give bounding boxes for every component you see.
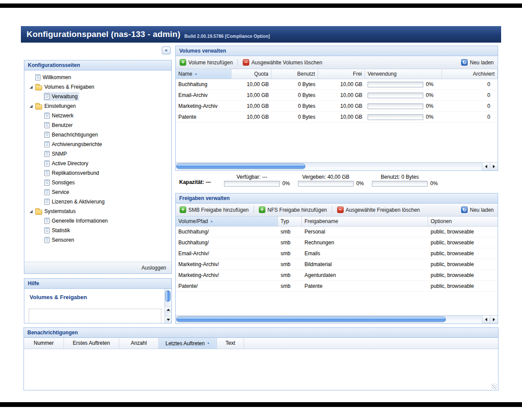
cell-quota: 10,00 GB xyxy=(231,103,271,109)
top-black-bar xyxy=(0,3,522,8)
delete-shares-button[interactable]: Ausgewählte Freigaben löschen xyxy=(336,206,422,214)
reload-volumes-button[interactable]: Neu laden xyxy=(460,58,495,67)
column-header-archiviert[interactable]: Archiviert xyxy=(442,69,498,79)
delete-volumes-button[interactable]: Ausgewählte Volumes löschen xyxy=(241,58,324,67)
tree-item-statistik[interactable]: Statistik xyxy=(24,226,171,235)
column-header-erstes-auftreten[interactable]: Erstes Auftreten xyxy=(64,338,119,349)
cell-archiviert: 0 xyxy=(442,114,498,120)
expand-arrow-icon xyxy=(28,73,34,82)
tree-item-snmp[interactable]: SNMP xyxy=(24,149,171,159)
toolbar-separator xyxy=(254,206,254,213)
tree-item-lizenzen-aktivierung[interactable]: Lizenzen & Aktivierung xyxy=(24,197,171,207)
shares-horizontal-scrollbar[interactable] xyxy=(176,315,498,323)
sidebar-collapse-button[interactable] xyxy=(162,47,171,54)
add-volume-button[interactable]: Volume hinzufügen xyxy=(178,58,234,67)
table-row[interactable]: Marketing-Archiv 10,00 GB 0 Bytes 10,00 … xyxy=(176,101,498,112)
document-icon xyxy=(44,199,50,205)
column-header-quota[interactable]: Quota xyxy=(231,69,271,79)
document-icon xyxy=(44,151,50,157)
column-header-verwendung[interactable]: Verwendung xyxy=(365,69,442,79)
tree-item-willkommen[interactable]: Willkommen xyxy=(24,73,171,82)
scrollbar-thumb[interactable] xyxy=(176,317,446,322)
add-icon xyxy=(180,207,186,213)
reload-shares-button[interactable]: Neu laden xyxy=(460,206,495,214)
tree-item-sonstiges[interactable]: Sonstiges xyxy=(24,178,171,187)
tree-item-verwaltung[interactable]: Verwaltung xyxy=(24,92,171,101)
table-row[interactable]: Patente/ smb Patente public, browseable xyxy=(176,281,498,292)
expand-arrow-icon[interactable] xyxy=(28,101,34,111)
add-icon xyxy=(259,207,265,213)
volumes-grid-header: Name Quota Benutzt Frei Verwendung Archi… xyxy=(176,69,498,79)
column-header-name[interactable]: Name xyxy=(176,69,231,79)
tree-item-archivierungsberichte[interactable]: Archivierungsberichte xyxy=(24,140,171,149)
table-row[interactable]: Buchhaltung/ smb Personal public, browse… xyxy=(176,227,498,237)
column-header-benutzt[interactable]: Benutzt xyxy=(271,69,318,79)
toolbar-separator xyxy=(238,59,238,66)
document-icon xyxy=(44,170,50,176)
cell-typ: smb xyxy=(278,250,302,257)
resize-grip[interactable] xyxy=(492,383,497,389)
expand-arrow-icon[interactable] xyxy=(28,82,34,92)
tree-item-systemstatus[interactable]: Systemstatus xyxy=(24,207,171,216)
scroll-up-button[interactable] xyxy=(165,306,171,313)
column-header-optionen[interactable]: Optionen xyxy=(428,217,498,226)
scroll-left-button[interactable] xyxy=(482,316,490,323)
column-header-freigabename[interactable]: Freigabename xyxy=(302,217,428,226)
delete-shares-label: Ausgewählte Freigaben löschen xyxy=(346,207,420,213)
document-icon xyxy=(44,122,50,128)
column-header-letztes-auftreten[interactable]: Letztes Auftreten xyxy=(159,338,217,349)
add-smb-share-button[interactable]: SMB Freigabe hinzufügen xyxy=(178,206,250,214)
up-arrow-icon xyxy=(167,309,170,311)
capacity-bar: Kapazität: --- Verfügbar: --- 0% Vergebe… xyxy=(175,173,498,192)
sidebar-footer: Ausloggen xyxy=(24,262,171,273)
table-row[interactable]: Patente 10,00 GB 0 Bytes 10,00 GB 0% 0 xyxy=(176,112,498,123)
cell-archiviert: 0 xyxy=(442,92,498,98)
tree-item-volumes-freigaben[interactable]: Volumes & Freigaben xyxy=(24,82,171,92)
shares-grid-body: Buchhaltung/ smb Personal public, browse… xyxy=(176,227,498,292)
tree-item-active-directory[interactable]: Active Directory xyxy=(24,159,171,168)
expand-arrow-icon[interactable] xyxy=(28,207,34,216)
cell-benutzt: 0 Bytes xyxy=(271,114,318,120)
table-row[interactable]: Buchhaltung 10,00 GB 0 Bytes 10,00 GB 0%… xyxy=(176,79,498,90)
table-row[interactable]: Email-Archiv 10,00 GB 0 Bytes 10,00 GB 0… xyxy=(176,90,498,101)
help-vertical-scrollbar[interactable] xyxy=(164,289,171,323)
scroll-right-button[interactable] xyxy=(490,316,498,323)
table-row[interactable]: Marketing-Archiv/ smb Bildmaterial publi… xyxy=(176,259,498,270)
table-row[interactable]: Buchhaltung/ smb Rechnungen public, brow… xyxy=(176,237,498,248)
folder-icon xyxy=(35,210,42,215)
meter-label: Benutzt: 0 Bytes xyxy=(372,174,428,180)
tree-item-generelle-informationen[interactable]: Generelle Informationen xyxy=(24,216,171,226)
volumes-horizontal-scrollbar[interactable] xyxy=(176,162,498,170)
scroll-right-button[interactable] xyxy=(490,163,498,170)
tree-item-benachrichtigungen[interactable]: Benachrichtigungen xyxy=(24,130,171,140)
tree-item-replikationsverbund[interactable]: Replikationsverbund xyxy=(24,168,171,178)
tree-item-netzwerk[interactable]: Netzwerk xyxy=(24,111,171,120)
scrollbar-thumb[interactable] xyxy=(176,163,305,169)
delete-icon xyxy=(243,59,249,66)
cell-optionen: public, browseable xyxy=(428,229,498,235)
scroll-left-button[interactable] xyxy=(482,163,490,170)
column-header-frei[interactable]: Frei xyxy=(318,69,365,79)
left-arrow-icon xyxy=(485,318,487,321)
cell-verwendung: 0% xyxy=(365,103,442,109)
scroll-down-button[interactable] xyxy=(165,316,171,323)
tree-item-benutzer[interactable]: Benutzer xyxy=(24,120,171,130)
column-header-nummer[interactable]: Nummer xyxy=(24,338,64,349)
cell-optionen: public, browseable xyxy=(428,283,498,289)
meter-label: Verfügbar: --- xyxy=(224,174,280,180)
scrollbar-thumb[interactable] xyxy=(165,290,171,302)
add-nfs-share-button[interactable]: NFS Freigabe hinzufügen xyxy=(258,206,328,214)
logout-button[interactable]: Ausloggen xyxy=(141,265,166,271)
column-header-volume-pfad[interactable]: Volume/Pfad xyxy=(176,217,278,226)
column-header-text[interactable]: Text xyxy=(217,338,244,349)
tree-item-sensoren[interactable]: Sensoren xyxy=(24,235,171,245)
column-header-anzahl[interactable]: Anzahl xyxy=(119,338,159,349)
table-row[interactable]: Marketing-Archiv/ smb Agenturdaten publi… xyxy=(176,270,498,281)
tree-item-einstellungen[interactable]: Einstellungen xyxy=(24,101,171,111)
column-header-typ[interactable]: Typ xyxy=(278,217,302,226)
scrollbar-track[interactable] xyxy=(176,316,482,323)
table-row[interactable]: Email-Archiv/ smb Emails public, browsea… xyxy=(176,248,498,259)
tree-item-service[interactable]: Service xyxy=(24,187,171,197)
scrollbar-track[interactable] xyxy=(176,163,482,170)
tree-item-label: Verwaltung xyxy=(52,93,77,100)
